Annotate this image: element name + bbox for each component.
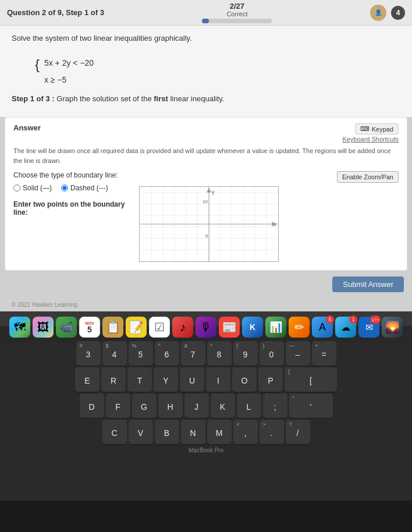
kb-key-bracket[interactable]: {[ (285, 367, 337, 392)
kb-key-o[interactable]: O (232, 367, 257, 392)
left-controls: Choose the type of boundary line: Solid … (13, 171, 130, 264)
dock-numbers-icon[interactable]: 📊 (265, 317, 286, 338)
progress-bar-fill (202, 19, 209, 23)
dock-maps-icon[interactable]: 🗺 (9, 317, 30, 338)
kb-key-8[interactable]: *8 (207, 341, 232, 366)
header-bar: Question 2 of 9, Step 1 of 3 2/27 Correc… (0, 0, 412, 26)
dock-music-icon[interactable]: ♪ (172, 317, 193, 338)
dock-bar: 🗺 🖼 📹 NOV5 📋 📝 ☑ ♪ 🎙 📰 K 📊 ✏ A 5 ☁ 1 ✉ 1… (0, 311, 412, 343)
radio-dashed-option[interactable]: Dashed (---) (61, 184, 108, 192)
problem-statement: Solve the system of two linear inequalit… (12, 34, 400, 42)
brace-symbol: { (35, 56, 40, 72)
equation-line1: 5x + 2y < −20 (44, 56, 94, 70)
question-info: Question 2 of 9, Step 1 of 3 (7, 8, 104, 17)
radio-options: Solid (—) Dashed (---) (13, 184, 130, 192)
kb-key-e[interactable]: E (75, 367, 100, 392)
kb-key-0[interactable]: )0 (260, 341, 284, 366)
radio-solid-label: Solid (—) (23, 184, 52, 192)
kb-row-asdf: D F G H J K L :; "' (0, 393, 412, 418)
kb-key-d[interactable]: D (80, 393, 104, 418)
dock-icloud-icon[interactable]: ☁ 1 (335, 317, 356, 338)
kb-key-n[interactable]: N (181, 420, 205, 444)
kb-key-i[interactable]: I (206, 367, 230, 392)
dock-podcasts-icon[interactable]: 🎙 (196, 317, 216, 338)
kb-key-j[interactable]: J (184, 393, 209, 418)
keypad-controls: ⌨ Keypad Keyboard Shortcuts (342, 123, 399, 143)
dock-stickies-icon[interactable]: 📋 (102, 317, 123, 338)
dock-news-icon[interactable]: 📰 (219, 317, 240, 338)
kb-key-g[interactable]: G (132, 393, 157, 418)
kb-key-t[interactable]: T (127, 367, 152, 392)
kb-key-u[interactable]: U (180, 367, 204, 392)
dock-calendar-icon[interactable]: NOV5 (79, 317, 100, 338)
kb-key-semicolon[interactable]: :; (263, 393, 287, 418)
avatar: 👤 (370, 5, 386, 21)
kb-key-plus[interactable]: += (312, 341, 336, 366)
kb-key-9[interactable]: (9 (233, 341, 258, 366)
radio-dashed-input[interactable] (61, 185, 68, 191)
step-text: Graph the solution set of the (56, 94, 154, 103)
equation-line2: x ≥ −5 (44, 73, 94, 87)
radio-solid-option[interactable]: Solid (—) (13, 184, 52, 192)
kb-key-7[interactable]: &7 (181, 341, 205, 366)
kb-key-y[interactable]: Y (154, 367, 178, 392)
dock-screensaver-icon[interactable]: 🌄 (382, 317, 403, 338)
kb-row-qwerty: E R T Y U I O P {[ (0, 367, 412, 392)
answer-panel: Answer ⌨ Keypad Keyboard Shortcuts The l… (5, 117, 407, 271)
progress-status: Correct (226, 10, 247, 17)
answer-body: Choose the type of boundary line: Solid … (13, 171, 399, 264)
kb-key-r[interactable]: R (101, 367, 126, 392)
kb-key-v[interactable]: V (129, 420, 153, 444)
progress-fraction: 2/27 (230, 2, 244, 10)
dock-photos-icon[interactable]: 🖼 (33, 317, 54, 338)
keyboard-area: Kenna ‹ ☀ 🔊 🔕 ⊙ #3 $4 %5 ^6 &7 *8 (9 )0 … (0, 326, 412, 501)
dock-facetime-icon[interactable]: 📹 (56, 317, 77, 338)
kb-key-k[interactable]: K (211, 393, 235, 418)
graph-area: Enable Zoom/Pan (139, 171, 399, 264)
info-text: The line will be drawn once all required… (13, 146, 399, 165)
points-label: Enter two points on the boundary line: (13, 200, 130, 217)
kb-key-5[interactable]: %5 (129, 341, 153, 366)
svg-marker-23 (207, 188, 211, 193)
kb-key-m[interactable]: M (207, 420, 232, 444)
kb-key-6[interactable]: ^6 (155, 341, 179, 366)
kb-key-c[interactable]: C (102, 420, 127, 444)
keypad-button[interactable]: ⌨ Keypad (355, 123, 399, 134)
answer-title: Answer (13, 123, 41, 132)
kb-key-f[interactable]: F (106, 393, 130, 418)
dock-appstore-icon[interactable]: A 5 (312, 317, 333, 338)
dock-keynote-icon[interactable]: K (242, 317, 263, 338)
svg-text:10: 10 (203, 199, 208, 204)
keyboard-shortcuts-link[interactable]: Keyboard Shortcuts (342, 136, 399, 143)
kb-key-l[interactable]: L (237, 393, 261, 418)
kb-key-p[interactable]: P (258, 367, 283, 392)
svg-text:y: y (212, 189, 215, 195)
kb-row-numbers: #3 $4 %5 ^6 &7 *8 (9 )0 —– += (0, 341, 412, 366)
kb-key-period[interactable]: >. (260, 420, 284, 444)
dock-pages-icon[interactable]: ✏ (289, 317, 310, 338)
step-emphasis: first (154, 94, 168, 103)
icloud-badge: 1 (349, 315, 357, 324)
progress-bar-container (202, 19, 272, 23)
kb-key-dash[interactable]: —– (286, 341, 310, 366)
dock-mail-icon[interactable]: ✉ 17+ (358, 317, 379, 338)
svg-text:5: 5 (205, 233, 208, 239)
enable-zoom-button[interactable]: Enable Zoom/Pan (337, 171, 399, 183)
boundary-label: Choose the type of boundary line: (13, 171, 130, 179)
step-text2: linear inequality. (170, 94, 224, 103)
answer-header: Answer ⌨ Keypad Keyboard Shortcuts (13, 123, 399, 143)
radio-solid-input[interactable] (13, 185, 20, 191)
dock-reminders-icon[interactable]: ☑ (149, 317, 170, 338)
step-instruction: Step 1 of 3 : Graph the solution set of … (12, 94, 400, 103)
kb-key-3[interactable]: #3 (76, 341, 101, 366)
kb-key-quote[interactable]: "' (289, 393, 333, 418)
kb-key-slash[interactable]: ?/ (286, 420, 310, 444)
kb-key-4[interactable]: $4 (102, 341, 127, 366)
header-right: 👤 4 (370, 5, 405, 21)
kb-key-h[interactable]: H (158, 393, 183, 418)
kb-key-b[interactable]: B (155, 420, 179, 444)
submit-button[interactable]: Submit Answer (332, 276, 404, 292)
dock-notes-icon[interactable]: 📝 (126, 317, 147, 338)
screen-area: Question 2 of 9, Step 1 of 3 2/27 Correc… (0, 0, 412, 326)
kb-key-comma[interactable]: <, (233, 420, 258, 444)
